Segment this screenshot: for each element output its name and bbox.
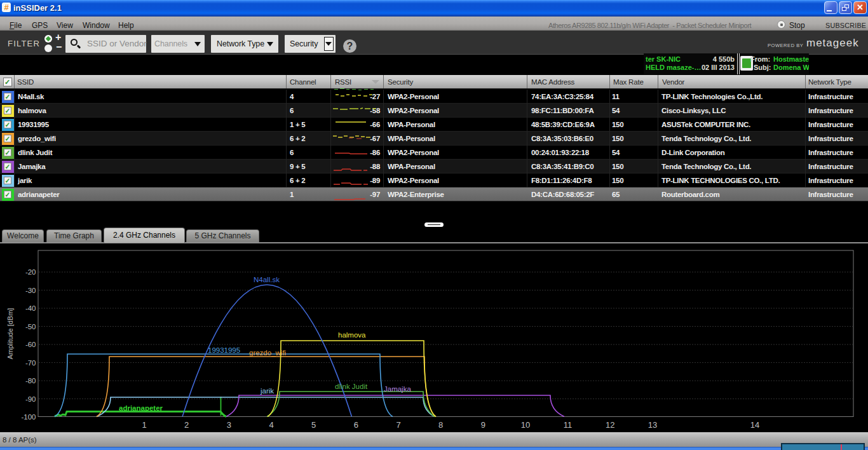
svg-text:5: 5 (311, 420, 316, 430)
svg-text:grezdo_wifi: grezdo_wifi (249, 349, 286, 357)
svg-text:11: 11 (564, 420, 573, 430)
svg-text:2: 2 (184, 420, 189, 430)
svg-text:-50: -50 (25, 323, 36, 331)
svg-text:19931995: 19931995 (208, 346, 240, 354)
svg-text:jarik: jarik (260, 387, 274, 395)
svg-text:14: 14 (750, 420, 759, 430)
svg-text:N4all.sk: N4all.sk (254, 276, 280, 283)
svg-text:halmova: halmova (338, 331, 366, 339)
svg-text:4: 4 (269, 420, 273, 430)
svg-text:adrianapeter: adrianapeter (119, 404, 163, 412)
svg-text:-80: -80 (25, 377, 36, 385)
svg-text:3: 3 (227, 420, 231, 430)
svg-text:-70: -70 (25, 359, 36, 367)
svg-text:-30: -30 (25, 287, 36, 294)
svg-text:-100: -100 (21, 413, 36, 421)
svg-text:-40: -40 (25, 304, 36, 312)
svg-text:Jamajka: Jamajka (384, 385, 411, 393)
svg-text:Amplitude [dBm]: Amplitude [dBm] (6, 308, 14, 360)
svg-text:13: 13 (648, 420, 657, 430)
svg-text:dlink Judit: dlink Judit (335, 383, 368, 390)
svg-text:7: 7 (396, 420, 400, 430)
svg-text:8: 8 (438, 420, 443, 430)
svg-text:6: 6 (354, 420, 358, 430)
svg-text:-90: -90 (25, 395, 36, 403)
svg-text:-20: -20 (25, 268, 36, 276)
svg-text:-60: -60 (25, 341, 36, 348)
svg-text:12: 12 (606, 420, 614, 430)
svg-text:1: 1 (142, 420, 146, 430)
svg-text:9: 9 (481, 420, 485, 430)
svg-text:10: 10 (521, 420, 530, 430)
